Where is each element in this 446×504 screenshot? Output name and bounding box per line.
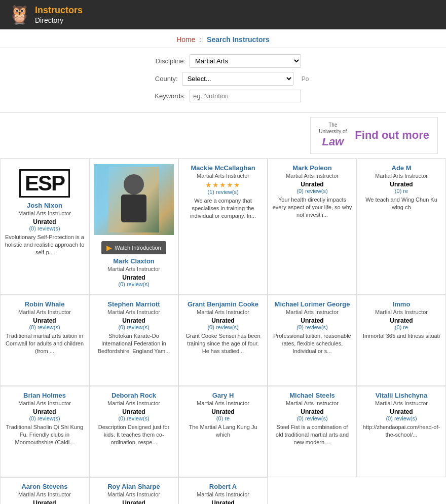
rating-status: Unrated — [33, 408, 56, 415]
review-count: (0) review(s) — [296, 324, 327, 330]
rating-status: Unrated — [122, 499, 145, 504]
rating-status: Unrated — [33, 218, 56, 225]
breadcrumb-sep: :: — [199, 36, 203, 44]
instructor-type: Martial Arts Instructor — [197, 491, 249, 497]
home-link[interactable]: Home — [176, 35, 195, 44]
instructor-type: Martial Arts Instructor — [18, 210, 71, 216]
discipline-label: Discipline: — [145, 57, 185, 65]
instructor-grid: ESPJosh NixonMartial Arts InstructorUnra… — [0, 159, 446, 504]
instructor-card[interactable]: ImmoMartial Arts InstructorUnrated(0) re… — [357, 295, 446, 386]
esp-logo: ESP — [19, 169, 70, 198]
instructor-name[interactable]: Mark Poleon — [292, 164, 331, 172]
svg-point-1 — [124, 174, 144, 195]
review-count: (0) re — [216, 415, 230, 421]
instructor-card[interactable]: ESPJosh NixonMartial Arts InstructorUnra… — [0, 159, 89, 295]
instructor-card[interactable]: Robert AMartial Arts InstructorUnrated(0… — [178, 477, 268, 504]
instructor-name[interactable]: Vitalii Lishchyna — [376, 392, 427, 399]
instructor-description: Your health directly impacts every aspec… — [272, 196, 352, 219]
instructor-description: Shotokan Karate-Do International Federat… — [94, 332, 174, 356]
instructor-description: Evolutionary Self-Protection is a holist… — [5, 234, 85, 257]
review-count: (0) review(s) — [296, 188, 327, 194]
watch-intro-button[interactable]: ▶ Watch Introduction — [101, 241, 166, 254]
instructor-name[interactable]: Ade M — [392, 164, 412, 172]
instructor-name[interactable]: Michael Steels — [289, 392, 335, 399]
breadcrumb: Home :: Search Instructors — [0, 29, 446, 48]
instructor-card[interactable]: Roy Alan SharpeMartial Arts InstructorUn… — [89, 477, 178, 504]
instructor-description: Professional tuition, reasonable rates, … — [272, 332, 352, 356]
play-icon: ▶ — [106, 244, 112, 252]
instructor-name[interactable]: Deborah Rock — [112, 392, 156, 399]
law-text: Law — [319, 135, 347, 149]
instructor-card[interactable]: Grant Benjamin CookeMartial Arts Instruc… — [178, 295, 268, 386]
instructor-name[interactable]: Mark Claxton — [113, 257, 155, 265]
instructor-card[interactable]: Stephen MarriottMartial Arts InstructorU… — [89, 295, 178, 386]
county-row: County: Select... Po — [0, 72, 446, 86]
instructor-name[interactable]: Brian Holmes — [23, 392, 66, 399]
instructor-type: Martial Arts Instructor — [375, 309, 428, 315]
header: 🦉 Instructors Directory — [0, 0, 446, 29]
instructor-card[interactable]: Ade MMartial Arts InstructorUnrated(0) r… — [357, 159, 446, 295]
instructor-name[interactable]: Josh Nixon — [27, 202, 62, 209]
search-form: Discipline: Martial Arts County: Select.… — [0, 48, 446, 113]
svg-rect-2 — [121, 195, 146, 222]
rating-status: Unrated — [122, 274, 145, 281]
discipline-select[interactable]: Martial Arts — [190, 54, 301, 68]
instructor-card[interactable]: Brian HolmesMartial Arts InstructorUnrat… — [0, 386, 89, 477]
instructor-name[interactable]: Stephen Marriott — [107, 300, 160, 308]
instructor-type: Martial Arts Instructor — [107, 491, 160, 497]
instructor-type: Martial Arts Instructor — [107, 266, 160, 272]
keywords-label: Keywords: — [145, 92, 185, 100]
instructor-name[interactable]: Gary H — [212, 392, 234, 399]
review-count: (0) review(s) — [296, 415, 327, 421]
instructor-type: Martial Arts Instructor — [286, 173, 339, 179]
instructor-description: We teach and Wing Chun Ku wing ch — [361, 196, 441, 212]
logo-text-block: Instructors Directory — [35, 5, 83, 24]
review-count: (0) re — [395, 188, 408, 194]
instructor-name[interactable]: Immo — [393, 300, 411, 308]
review-count: (0) review(s) — [29, 415, 60, 421]
rating-status: Unrated — [301, 317, 323, 324]
instructor-name[interactable]: Michael Lorimer George — [275, 300, 350, 308]
review-count: (1) review(s) — [207, 189, 238, 195]
instructor-name[interactable]: Robert A — [209, 483, 237, 490]
instructor-card[interactable]: Michael SteelsMartial Arts InstructorUnr… — [268, 386, 357, 477]
instructor-name[interactable]: Grant Benjamin Cooke — [188, 300, 258, 308]
instructor-type: Martial Arts Instructor — [375, 173, 428, 179]
logo-title: Instructors — [35, 5, 83, 16]
review-count: (0) review(s) — [118, 281, 149, 287]
discipline-row: Discipline: Martial Arts — [0, 54, 446, 68]
instructor-card[interactable]: Deborah RockMartial Arts InstructorUnrat… — [89, 386, 178, 477]
logo-subtitle: Directory — [35, 16, 83, 24]
instructor-card[interactable]: Mackie McCallaghanMartial Arts Instructo… — [178, 159, 268, 295]
instructor-card[interactable]: ▶ Watch Introduction Mark ClaxtonMartial… — [89, 159, 178, 295]
instructor-name[interactable]: Robin Whale — [25, 300, 65, 308]
instructor-card[interactable]: Michael Lorimer GeorgeMartial Arts Instr… — [268, 295, 357, 386]
instructor-card[interactable]: Gary HMartial Arts InstructorUnrated(0) … — [178, 386, 268, 477]
instructor-card[interactable]: Robin WhaleMartial Arts InstructorUnrate… — [0, 295, 89, 386]
university-text: University of — [319, 128, 347, 135]
instructor-name[interactable]: Roy Alan Sharpe — [107, 483, 160, 490]
instructor-card[interactable]: Mark PoleonMartial Arts InstructorUnrate… — [268, 159, 357, 295]
review-count: (0) review(s) — [386, 415, 417, 421]
instructor-description: Grant Cooke Sensei has been training sin… — [183, 332, 263, 356]
review-count: (0) review(s) — [118, 324, 149, 330]
owl-icon: 🦉 — [8, 4, 31, 25]
rating-status: Unrated — [390, 408, 413, 415]
instructor-type: Martial Arts Instructor — [197, 173, 249, 179]
instructor-type: Martial Arts Instructor — [107, 309, 160, 315]
instructor-name[interactable]: Aaron Stevens — [21, 483, 67, 490]
university-law-ad[interactable]: The University of Law Find out more — [310, 117, 438, 154]
keywords-row: Keywords: — [0, 90, 446, 102]
review-count: (0) review(s) — [118, 415, 149, 421]
instructor-description: We are a company that specialises in tra… — [183, 197, 263, 220]
county-select[interactable]: Select... — [182, 72, 293, 86]
instructor-card[interactable]: Vitalii LishchynaMartial Arts Instructor… — [357, 386, 446, 477]
watch-label: Watch Introduction — [115, 245, 161, 251]
instructor-type: Martial Arts Instructor — [197, 400, 249, 406]
keywords-input[interactable] — [190, 90, 301, 102]
review-count: (0) review(s) — [207, 324, 238, 330]
instructor-card[interactable]: Aaron StevensMartial Arts InstructorUnra… — [0, 477, 89, 504]
logo-area: 🦉 Instructors Directory — [8, 4, 83, 25]
instructor-name[interactable]: Mackie McCallaghan — [191, 164, 255, 172]
instructor-description: Traditional Shaolin Qi Shi Kung Fu. Frie… — [5, 423, 85, 447]
